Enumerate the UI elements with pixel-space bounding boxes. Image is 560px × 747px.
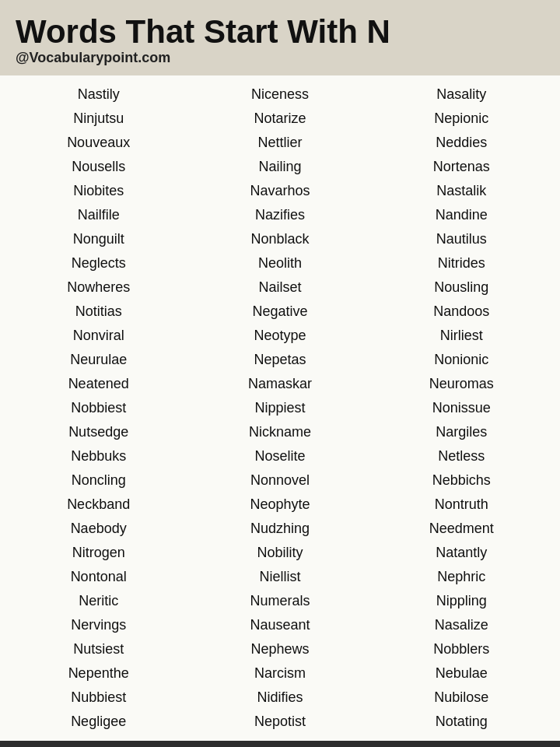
word-cell: Nutsiest <box>8 638 189 661</box>
word-cell: Nandine <box>371 204 552 226</box>
word-cell: Nowheres <box>8 276 189 299</box>
word-cell: Noncling <box>8 469 189 492</box>
header: Words That Start With N @Vocabularypoint… <box>0 0 560 75</box>
word-cell: Niellist <box>189 566 370 588</box>
word-cell: Notarize <box>189 107 370 130</box>
word-cell: Nubilose <box>371 686 552 709</box>
word-cell: Neglects <box>8 252 189 275</box>
word-cell: Nitrogen <box>8 542 189 564</box>
word-cell: Neckband <box>8 493 189 516</box>
word-cell: Neuromas <box>371 373 552 395</box>
word-cell: Nepenthe <box>8 662 189 685</box>
word-cell: Nauseant <box>189 614 370 637</box>
word-cell: Notitias <box>8 300 189 323</box>
word-cell: Nasalize <box>371 614 552 637</box>
words-section: NastilyNicenessNasalityNinjutsuNotarizeN… <box>0 75 560 741</box>
word-cell: Namaskar <box>189 373 370 395</box>
word-cell: Nickname <box>189 421 370 444</box>
word-cell: Nephews <box>189 638 370 661</box>
word-cell: Naebody <box>8 517 189 540</box>
word-cell: Nontruth <box>371 493 552 516</box>
word-cell: Negligee <box>8 710 189 733</box>
word-cell: Nonissue <box>371 397 552 419</box>
word-cell: Nousells <box>8 156 189 178</box>
word-cell: Nailing <box>189 156 370 178</box>
word-cell: Nontonal <box>8 566 189 588</box>
word-cell: Nirliest <box>371 324 552 347</box>
word-cell: Neotype <box>189 324 370 347</box>
word-cell: Natantly <box>371 542 552 564</box>
word-cell: Nonguilt <box>8 228 189 251</box>
word-cell: Nepotist <box>189 710 370 733</box>
word-cell: Niobites <box>8 180 189 202</box>
word-cell: Nonblack <box>189 228 370 251</box>
word-cell: Nobbiest <box>8 397 189 419</box>
word-cell: Nonnovel <box>189 469 370 492</box>
word-cell: Nonionic <box>371 349 552 371</box>
word-cell: Neolith <box>189 252 370 275</box>
word-cell: Neatened <box>8 373 189 395</box>
word-cell: Nastily <box>8 83 189 106</box>
word-cell: Nidifies <box>189 686 370 709</box>
word-cell: Nautilus <box>371 228 552 251</box>
word-cell: Navarhos <box>189 180 370 202</box>
word-cell: Nouveaux <box>8 132 189 154</box>
word-cell: Nepionic <box>371 107 552 130</box>
word-cell: Neurulae <box>8 349 189 371</box>
word-cell: Nervings <box>8 614 189 637</box>
word-cell: Negative <box>189 300 370 323</box>
words-grid: NastilyNicenessNasalityNinjutsuNotarizeN… <box>8 83 552 733</box>
footer: www.Vocabularypoint.com <box>0 741 560 747</box>
word-cell: Neddies <box>371 132 552 154</box>
word-cell: Neophyte <box>189 493 370 516</box>
word-cell: Neritic <box>8 590 189 612</box>
word-cell: Nitrides <box>371 252 552 275</box>
word-cell: Nebulae <box>371 662 552 685</box>
word-cell: Needment <box>371 517 552 540</box>
word-cell: Notating <box>371 710 552 733</box>
word-cell: Nepetas <box>189 349 370 371</box>
page-title: Words That Start With N <box>16 14 544 50</box>
word-cell: Nettlier <box>189 132 370 154</box>
word-cell: Nephric <box>371 566 552 588</box>
word-cell: Nebbichs <box>371 469 552 492</box>
word-cell: Narcism <box>189 662 370 685</box>
word-cell: Nebbuks <box>8 445 189 468</box>
word-cell: Nutsedge <box>8 421 189 444</box>
word-cell: Ninjutsu <box>8 107 189 130</box>
word-cell: Numerals <box>189 590 370 612</box>
word-cell: Nasality <box>371 83 552 106</box>
word-cell: Nubbiest <box>8 686 189 709</box>
word-cell: Nobility <box>189 542 370 564</box>
word-cell: Nonviral <box>8 324 189 347</box>
word-cell: Nippling <box>371 590 552 612</box>
word-cell: Nastalik <box>371 180 552 202</box>
word-cell: Nailset <box>189 276 370 299</box>
word-cell: Nandoos <box>371 300 552 323</box>
word-cell: Nailfile <box>8 204 189 226</box>
word-cell: Nippiest <box>189 397 370 419</box>
word-cell: Nargiles <box>371 421 552 444</box>
word-cell: Nudzhing <box>189 517 370 540</box>
word-cell: Nortenas <box>371 156 552 178</box>
word-cell: Nobblers <box>371 638 552 661</box>
word-cell: Nazifies <box>189 204 370 226</box>
word-cell: Noselite <box>189 445 370 468</box>
word-cell: Nousling <box>371 276 552 299</box>
word-cell: Niceness <box>189 83 370 106</box>
word-cell: Netless <box>371 445 552 468</box>
header-subtitle: @Vocabularypoint.com <box>16 50 544 66</box>
